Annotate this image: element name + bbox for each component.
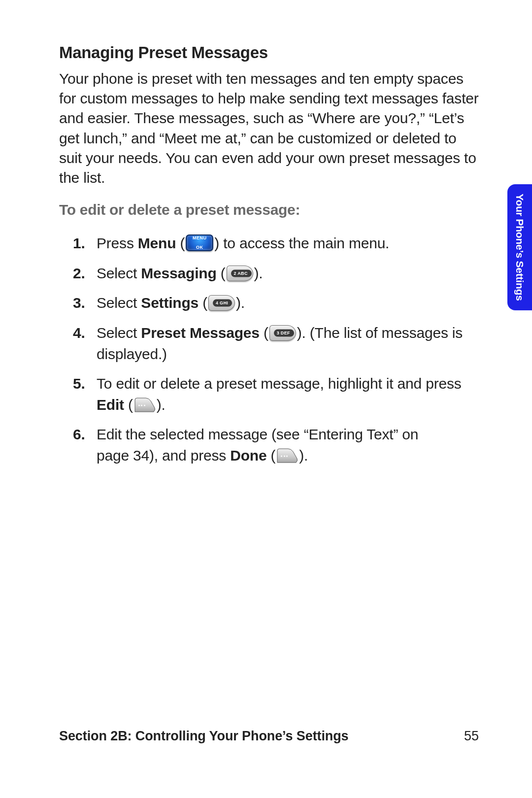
- step-4: 4. Select Preset Messages (3 DEF). (The …: [73, 323, 479, 365]
- paren-open: (: [199, 295, 207, 311]
- side-thumb-tab: Your Phone’s Settings: [507, 184, 532, 310]
- step-number: 2.: [73, 263, 85, 284]
- manual-page: Managing Preset Messages Your phone is p…: [0, 0, 532, 798]
- footer-page-number: 55: [464, 729, 479, 744]
- step-text-after: ).: [254, 265, 263, 281]
- step-5: 5. To edit or delete a preset message, h…: [73, 373, 479, 415]
- side-tab-label: Your Phone’s Settings: [514, 194, 526, 301]
- step-6: 6. Edit the selected message (see “Enter…: [73, 424, 479, 466]
- step-text: Press: [97, 235, 138, 251]
- step-text: Select: [97, 265, 141, 281]
- step-list: 1. Press Menu (MENUOK) to access the mai…: [73, 233, 479, 466]
- page-footer: Section 2B: Controlling Your Phone’s Set…: [59, 729, 479, 744]
- step-text: Select: [97, 295, 141, 311]
- key-label: 4 GHI: [213, 299, 232, 307]
- key-label-top: MENU: [187, 235, 212, 241]
- keypad-4-icon: 4 GHI: [208, 295, 235, 311]
- step-text-after: ).: [299, 447, 308, 464]
- menu-ok-key-icon: MENUOK: [186, 234, 213, 251]
- step-1: 1. Press Menu (MENUOK) to access the mai…: [73, 233, 479, 254]
- step-3: 3. Select Settings (4 GHI).: [73, 293, 479, 314]
- step-line1: To edit or delete a preset message, high…: [97, 375, 462, 392]
- paren-open: (: [266, 447, 275, 464]
- section-heading: Managing Preset Messages: [59, 43, 479, 62]
- left-softkey-icon: [276, 448, 298, 465]
- key-label: 2 ABC: [231, 269, 252, 277]
- step-line2-pre: page 34), and press: [97, 447, 230, 464]
- paren-open: (: [124, 397, 133, 413]
- keypad-3-icon: 3 DEF: [269, 325, 296, 341]
- intro-paragraph: Your phone is preset with ten messages a…: [59, 69, 479, 188]
- step-bold: Settings: [141, 295, 199, 311]
- step-number: 4.: [73, 323, 85, 344]
- paren-open: (: [217, 265, 226, 281]
- step-number: 3.: [73, 293, 85, 314]
- step-bold: Preset Messages: [141, 325, 260, 341]
- step-line1: Edit the selected message (see “Entering…: [97, 426, 418, 442]
- step-number: 1.: [73, 233, 85, 254]
- procedure-subhead: To edit or delete a preset message:: [59, 201, 479, 218]
- paren-open: (: [260, 325, 268, 341]
- step-bold: Messaging: [141, 265, 216, 281]
- step-2: 2. Select Messaging (2 ABC).: [73, 263, 479, 284]
- step-bold: Edit: [97, 397, 124, 413]
- footer-section-label: Section 2B: Controlling Your Phone’s Set…: [59, 729, 349, 744]
- step-bold: Done: [230, 447, 266, 464]
- keypad-2-icon: 2 ABC: [227, 266, 253, 281]
- step-text: Select: [97, 325, 141, 341]
- left-softkey-icon: [134, 397, 156, 414]
- step-bold: Menu: [138, 235, 176, 251]
- step-number: 5.: [73, 373, 85, 395]
- step-text-after: ) to access the main menu.: [214, 235, 389, 251]
- key-label: 3 DEF: [274, 329, 294, 336]
- step-text-after: ).: [236, 295, 245, 311]
- step-number: 6.: [73, 424, 85, 445]
- paren-open: (: [176, 235, 185, 251]
- step-text-after: ).: [157, 397, 166, 413]
- key-label-bottom: OK: [187, 244, 212, 251]
